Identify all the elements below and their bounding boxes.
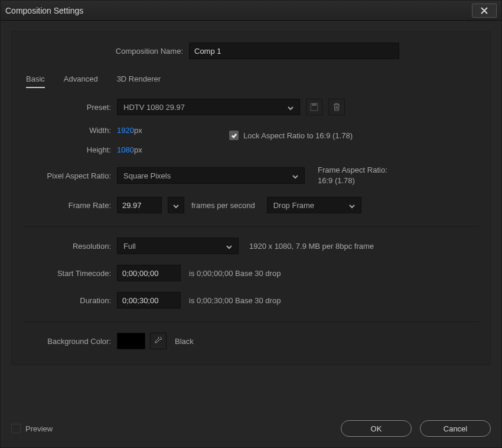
framerate-unit-label: frames per second: [191, 201, 255, 210]
preset-select[interactable]: HDTV 1080 29.97: [117, 99, 300, 115]
par-value: Square Pixels: [123, 171, 171, 180]
preview-label: Preview: [25, 424, 53, 433]
width-input[interactable]: 1920: [117, 126, 134, 135]
tab-advanced[interactable]: Advanced: [64, 74, 98, 88]
tabs: Basic Advanced 3D Renderer: [26, 74, 480, 88]
settings-panel: Composition Name: Basic Advanced 3D Rend…: [11, 31, 491, 365]
comp-name-input[interactable]: [189, 43, 399, 59]
composition-settings-window: Composition Settings Composition Name: B…: [0, 0, 502, 448]
resolution-label: Resolution:: [22, 242, 117, 251]
height-label: Height:: [22, 145, 117, 154]
preview-checkbox[interactable]: [11, 424, 21, 433]
window-title: Composition Settings: [5, 6, 83, 15]
start-timecode-label: Start Timecode:: [22, 269, 117, 278]
trash-icon: [333, 103, 341, 111]
chevron-down-icon: [173, 202, 179, 208]
par-label: Pixel Aspect Ratio:: [22, 171, 117, 180]
save-preset-button[interactable]: [306, 99, 322, 115]
tab-3d-renderer[interactable]: 3D Renderer: [117, 74, 161, 88]
checkmark-icon: [231, 132, 237, 139]
divider: [22, 322, 480, 322]
bg-color-swatch[interactable]: [117, 333, 145, 349]
cancel-button[interactable]: Cancel: [420, 420, 491, 437]
divider: [22, 226, 480, 227]
resolution-value: Full: [123, 242, 136, 251]
lock-aspect-checkbox[interactable]: [229, 131, 239, 140]
height-unit: px: [134, 145, 142, 154]
tab-basic[interactable]: Basic: [26, 74, 45, 88]
svg-rect-1: [312, 103, 317, 106]
duration-label: Duration:: [22, 296, 117, 305]
eyedropper-icon: [154, 337, 162, 345]
frame-aspect-value: 16:9 (1.78): [318, 176, 387, 186]
delete-preset-button[interactable]: [328, 99, 345, 115]
resolution-info: 1920 x 1080, 7.9 MB per 8bpc frame: [249, 242, 374, 251]
frame-aspect-label: Frame Aspect Ratio:: [318, 165, 387, 176]
chevron-down-icon: [226, 243, 232, 249]
preset-label: Preset:: [22, 103, 117, 112]
par-select[interactable]: Square Pixels: [117, 167, 305, 184]
save-icon: [310, 103, 318, 111]
preset-value: HDTV 1080 29.97: [123, 103, 185, 112]
bg-color-label: Background Color:: [22, 337, 117, 346]
dropframe-select[interactable]: Drop Frame: [267, 197, 361, 213]
framerate-dropdown[interactable]: [168, 197, 184, 213]
height-input[interactable]: 1080: [117, 145, 134, 154]
resolution-select[interactable]: Full: [117, 238, 239, 254]
comp-name-label: Composition Name:: [22, 47, 189, 56]
start-timecode-input[interactable]: [117, 265, 181, 281]
titlebar: Composition Settings: [1, 1, 501, 21]
width-unit: px: [134, 126, 142, 135]
close-button[interactable]: [472, 4, 497, 18]
preview-row: Preview: [11, 424, 53, 433]
lock-aspect-label: Lock Aspect Ratio to 16:9 (1.78): [243, 131, 353, 140]
dropframe-value: Drop Frame: [273, 201, 314, 210]
chevron-down-icon: [349, 202, 355, 208]
duration-info: is 0;00;30;00 Base 30 drop: [189, 296, 281, 305]
start-timecode-info: is 0;00;00;00 Base 30 drop: [189, 269, 281, 278]
close-icon: [481, 7, 488, 14]
width-label: Width:: [22, 126, 117, 135]
framerate-input[interactable]: [117, 197, 162, 213]
ok-button[interactable]: OK: [341, 420, 412, 437]
framerate-label: Frame Rate:: [22, 201, 117, 210]
eyedropper-button[interactable]: [150, 333, 167, 349]
chevron-down-icon: [288, 104, 294, 110]
duration-input[interactable]: [117, 292, 181, 309]
bg-color-name: Black: [175, 337, 194, 346]
chevron-down-icon: [292, 173, 298, 178]
